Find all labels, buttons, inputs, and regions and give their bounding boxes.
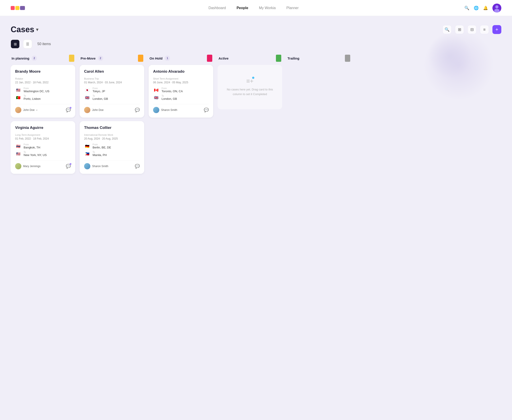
assignee-avatar-antonio <box>153 107 159 113</box>
card-type-brandy: Rotator <box>15 77 71 80</box>
header-collapse-btn[interactable]: ⊟ <box>467 25 476 34</box>
assignee-avatar-virginia <box>15 163 21 169</box>
card-to-thomas: 🇵🇭 To Manila, PH <box>84 151 140 157</box>
empty-column-active: ≡+ No cases here yet. Drag card to this … <box>218 65 282 109</box>
location-to-thomas: To Manila, PH <box>93 151 107 157</box>
card-footer-thomas: Sharon Smith 💬 <box>84 160 140 169</box>
card-virginia-aguirre[interactable]: Virginia Aguirre Long-Term Assignment 01… <box>11 121 75 174</box>
to-text-antonio: London, GB <box>162 97 177 100</box>
add-icon: + <box>496 27 498 32</box>
assignee-dropdown-brandy[interactable]: ▾ <box>36 109 37 111</box>
card-footer-brandy: John Doe ▾ 💬 <box>15 104 71 113</box>
assignee-brandy: John Doe ▾ <box>15 107 37 113</box>
to-label: To <box>23 95 41 97</box>
location-from-virginia: From Bangkok, TH <box>23 143 40 149</box>
assignee-name-brandy: John Doe <box>23 108 34 112</box>
from-text-carol: Tokyo, JP <box>93 90 105 93</box>
page-title: Cases <box>11 25 34 34</box>
flag-to-thomas: 🇵🇭 <box>84 151 90 156</box>
list-view-btn[interactable]: ☰ <box>23 39 32 48</box>
to-label-t: To <box>93 151 107 153</box>
nav-dashboard[interactable]: Dashboard <box>209 5 226 11</box>
search-icon[interactable]: 🔍 <box>464 6 469 10</box>
from-label-a: From <box>162 87 183 90</box>
from-text-virginia: Bangkok, TH <box>23 146 40 149</box>
card-antonio-alvarado[interactable]: Antonio Alvarado Short Term Assignment 0… <box>149 65 213 118</box>
chat-icon-brandy[interactable]: 💬 <box>66 108 71 112</box>
column-pre-move: Pre-Move 2 Carol Allen Business Trip 01 … <box>80 55 144 177</box>
chat-icon-virginia[interactable]: 💬 <box>66 164 71 169</box>
header-search-btn[interactable]: 🔍 <box>442 25 451 34</box>
card-to-virginia: 🇺🇸 To New York, NY, US <box>15 151 71 157</box>
column-in-planning: In planning 2 Brandy Moore Rotator 22 Ja… <box>11 55 75 177</box>
card-name-thomas: Thomas Collier <box>84 126 140 130</box>
card-carol-allen[interactable]: Carol Allen Business Trip 01 March, 2024… <box>80 65 144 118</box>
nav-actions: 🔍 🌐 🔔 <box>464 4 501 12</box>
page-title-area: Cases ▾ <box>11 25 38 34</box>
column-badge-on-hold: 1 <box>165 56 170 61</box>
chat-icon-carol[interactable]: 💬 <box>135 108 140 112</box>
header-expand-btn[interactable]: ⊞ <box>455 25 464 34</box>
chat-icon-thomas[interactable]: 💬 <box>135 164 140 169</box>
expand-icon: ⊞ <box>458 27 461 32</box>
grid-icon: ⊞ <box>14 42 17 46</box>
column-trailing: Trailing <box>287 55 351 177</box>
search-icon: 🔍 <box>445 27 450 32</box>
column-header-pre-move: Pre-Move 2 <box>80 55 144 62</box>
card-from-antonio: 🇨🇦 From Toronto, ON, CA <box>153 87 209 93</box>
to-text-carol: London, GB <box>93 97 108 100</box>
assignee-carol: John Doe <box>84 107 103 113</box>
from-text-antonio: Toronto, ON, CA <box>162 90 183 93</box>
card-dates-brandy: 22 Jan, 2022 · 18 Feb, 2022 <box>15 81 71 84</box>
page-title-chevron[interactable]: ▾ <box>36 27 38 32</box>
logo-yellow <box>15 6 19 10</box>
notification-icon[interactable]: 🔔 <box>483 6 488 10</box>
logo[interactable] <box>11 6 25 10</box>
card-to-brandy: 🇵🇹 To Porto, Lisbon <box>15 95 71 100</box>
main-content: Cases ▾ 🔍 ⊞ ⊟ ≡ + ⊞ ☰ <box>0 16 512 420</box>
card-name-antonio: Antonio Alvarado <box>153 69 209 74</box>
chat-icon-antonio[interactable]: 💬 <box>204 108 209 112</box>
card-thomas-collier[interactable]: Thomas Collier International Remote Work… <box>80 121 144 174</box>
user-avatar[interactable] <box>492 4 501 12</box>
column-header-active: Active <box>218 55 282 62</box>
nav-people[interactable]: People <box>237 5 248 11</box>
card-footer-carol: John Doe 💬 <box>84 104 140 113</box>
empty-dot <box>252 77 254 79</box>
column-indicator-in-planning <box>69 55 74 62</box>
column-title-trailing: Trailing <box>287 56 299 60</box>
flag-from-brandy: 🇺🇸 <box>15 88 21 92</box>
svg-point-2 <box>494 9 500 12</box>
card-brandy-moore[interactable]: Brandy Moore Rotator 22 Jan, 2022 · 18 F… <box>11 65 75 118</box>
logo-purple <box>20 6 25 10</box>
column-title-active: Active <box>218 56 229 60</box>
flag-to-virginia: 🇺🇸 <box>15 151 21 156</box>
nav-myworkia[interactable]: My Workia <box>259 5 276 11</box>
kanban-board: In planning 2 Brandy Moore Rotator 22 Ja… <box>11 55 501 182</box>
empty-icon-active: ≡+ <box>246 78 254 85</box>
assignee-avatar-carol <box>84 107 90 113</box>
page-header: Cases ▾ 🔍 ⊞ ⊟ ≡ + <box>11 25 501 34</box>
list-icon: ☰ <box>26 42 29 46</box>
card-dates-virginia: 01 Feb, 2022 · 18 Feb, 2024 <box>15 137 71 140</box>
header-add-btn[interactable]: + <box>492 25 501 34</box>
nav-planner[interactable]: Planner <box>286 5 299 11</box>
flag-to-carol: 🇬🇧 <box>84 95 90 100</box>
card-name-virginia: Virginia Aguirre <box>15 126 71 130</box>
column-indicator-trailing <box>345 55 350 62</box>
grid-view-btn[interactable]: ⊞ <box>11 39 20 48</box>
to-text-thomas: Manila, PH <box>93 153 107 157</box>
column-title-on-hold: On Hold <box>149 56 163 60</box>
translate-icon[interactable]: 🌐 <box>474 6 479 10</box>
card-dates-carol: 01 March, 2024 · 03 June, 2024 <box>84 81 140 84</box>
to-text-brandy: Porto, Lisbon <box>23 97 41 100</box>
card-from-brandy: 🇺🇸 From Washington DC, US <box>15 87 71 93</box>
header-filter-btn[interactable]: ≡ <box>480 25 489 34</box>
card-footer-antonio: Sharon Smith 💬 <box>153 104 209 113</box>
card-name-brandy: Brandy Moore <box>15 69 71 74</box>
location-to-brandy: To Porto, Lisbon <box>23 95 41 100</box>
location-from-carol: From Tokyo, JP <box>93 87 105 93</box>
column-header-in-planning: In planning 2 <box>11 55 75 62</box>
column-on-hold: On Hold 1 Antonio Alvarado Short Term As… <box>149 55 213 177</box>
to-label-v: To <box>23 151 47 153</box>
